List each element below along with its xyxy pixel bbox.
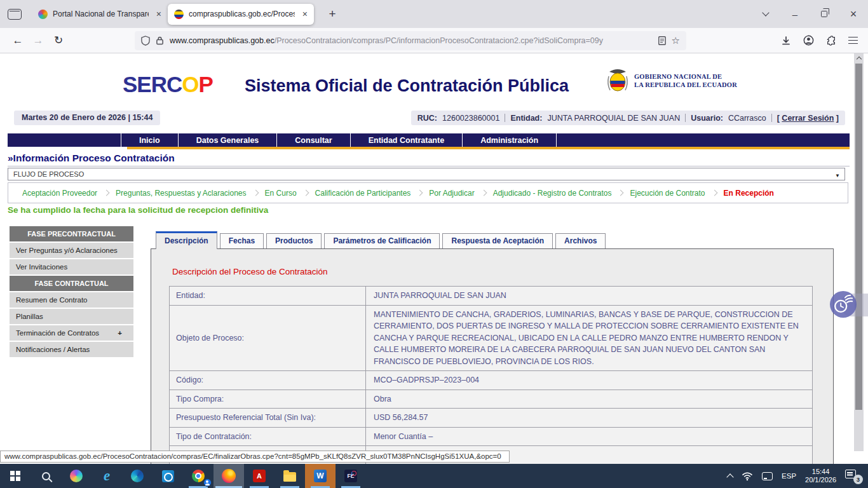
notification-center-button[interactable]: 3 [845,469,862,483]
taskbar-firefox-button[interactable] [214,464,244,488]
flow-step-calificacion[interactable]: Calificación de Participantes [315,189,411,198]
nav-item-datos-generales[interactable]: Datos Generales [178,133,277,147]
account-icon[interactable] [803,35,814,46]
new-tab-button[interactable]: + [323,7,342,21]
entity-label: Entidad: [510,114,542,123]
nav-item-administracion[interactable]: Administración [462,133,557,147]
sidebar-item-ver-invitaciones[interactable]: Ver Invitaciones [10,259,133,274]
ruc-value: 1260023860001 [442,114,499,123]
minimize-button[interactable]: – [780,0,810,28]
chrome-icon [192,470,205,482]
user-label: Usuario: [691,114,723,123]
lock-icon[interactable] [156,36,164,45]
nav-item-inicio[interactable]: Inicio [121,133,178,147]
hamburger-menu-icon[interactable] [848,40,858,41]
description-panel: Descripción del Proceso de Contratación … [151,248,834,464]
chevron-up-icon [856,57,861,62]
logout-link[interactable]: [ Cerrar Sesión ] [777,114,839,123]
bookmark-star-icon[interactable]: ☆ [672,35,680,46]
notification-badge: 3 [853,475,863,484]
tray-chevron-up-icon[interactable] [726,473,733,480]
browser-tab-portal[interactable]: Portal Nacional de Transparenci × [32,4,168,25]
taskbar-copilot-button[interactable] [61,464,92,488]
flow-step-preguntas[interactable]: Preguntas, Respuestas y Aclaraciones [116,189,246,198]
process-flow-select[interactable]: FLUJO DE PROCESO ▼ [8,168,845,180]
taskbar-acrobat-button[interactable]: A [244,464,275,488]
sidebar-item-terminacion-contratos[interactable]: Terminación de Contratos+ [10,325,133,341]
url-bar[interactable]: www.compraspublicas.gob.ec/ProcesoContra… [135,31,686,50]
toolbar-right-icons [781,35,858,46]
firefox-view-icon[interactable] [8,9,22,20]
language-indicator[interactable]: ESP [782,472,796,480]
scrollbar-thumb[interactable] [855,64,862,410]
flow-step-en-curso[interactable]: En Curso [265,189,297,198]
taskbar-search-button[interactable] [31,464,61,488]
downloads-icon[interactable] [781,36,791,46]
table-row-entidad: Entidad: JUNTA PARROQUIAL DE SAN JUAN [170,287,812,306]
browser-tab-compraspublicas[interactable]: compraspublicas.gob.ec/Proces × [168,4,314,25]
flow-step-aceptacion-proveedor[interactable]: Aceptación Proveedor [22,189,97,198]
taskbar-internet-explorer-button[interactable]: e [92,464,122,488]
flow-step-adjudicado[interactable]: Adjudicado - Registro de Contratos [493,189,612,198]
url-text[interactable]: www.compraspublicas.gob.ec/ProcesoContra… [170,36,653,45]
sidebar-header-precontractual: FASE PRECONTRACTUAL [10,226,133,241]
reader-view-icon[interactable] [658,36,666,45]
table-row-tipo-contratacion: Tipo de Contratación: Menor Cuantía – [170,428,812,447]
close-window-button[interactable]: × [839,0,868,28]
forward-button[interactable]: → [28,34,48,47]
touch-keyboard-icon[interactable] [762,472,773,480]
tab-descripcion[interactable]: Descripción [156,231,217,249]
tray-date: 20/1/2026 [805,476,836,484]
nav-item-entidad-contratante[interactable]: Entidad Contratante [350,133,462,147]
restore-button[interactable] [810,0,839,28]
tab-archivos[interactable]: Archivos [555,233,606,248]
shield-permissions-icon[interactable] [141,36,150,46]
extensions-puzzle-icon[interactable] [826,36,836,46]
clock-date[interactable]: 15:44 20/1/2026 [805,468,836,484]
tab-fechas[interactable]: Fechas [220,233,264,248]
sidebar-item-label: Resumen de Contrato [16,292,88,308]
close-tab-icon[interactable]: × [154,9,161,19]
flow-step-por-adjudicar[interactable]: Por Adjudicar [429,189,474,198]
taskbar-fe-app-button[interactable]: FE [336,464,366,488]
sidebar: FASE PRECONTRACTUAL Ver Preguntas y/ó Ac… [10,226,133,358]
divider [771,114,772,122]
wifi-icon[interactable] [742,471,753,481]
taskbar-edge-button[interactable] [122,464,153,488]
nav-item-consultar[interactable]: Consultar [276,133,349,147]
back-button[interactable]: ← [8,34,28,47]
session-bar: RUC: 1260023860001 Entidad: JUNTA PARROQ… [411,111,845,125]
list-tabs-button[interactable] [751,0,780,28]
close-tab-icon[interactable]: × [300,9,308,19]
page-scrollbar[interactable] [854,53,864,451]
taskbar-chrome-button[interactable] [183,464,214,488]
start-button[interactable] [0,464,31,488]
tab-respuesta-aceptacion[interactable]: Respuesta de Aceptación [442,233,553,248]
sidebar-item-ver-preguntas[interactable]: Ver Preguntas y/ó Aclaraciones [10,243,133,258]
tab-title: Portal Nacional de Transparenci [53,10,149,18]
bracket: ] [836,114,839,123]
taskbar-word-button[interactable]: W [305,464,336,488]
row-value: MCO–GADPRSJP–2023–004 [365,371,812,390]
sidebar-item-notificaciones[interactable]: Notificaciones / Alertas [10,342,133,357]
sidebar-item-planillas[interactable]: Planillas [10,309,133,324]
sidebar-item-resumen-contrato[interactable]: Resumen de Contrato [10,292,133,308]
scrollbar-up-arrow[interactable] [854,53,864,63]
folder-icon [283,472,296,482]
reload-button[interactable]: ↻ [48,34,69,47]
tab-parametros[interactable]: Parámetros de Calificación [324,233,440,248]
taskbar-outlook-button[interactable] [153,464,183,488]
flow-step-en-recepcion-current: En Recepción [724,189,774,198]
row-label: Código: [170,371,365,390]
windows-logo-icon [10,471,20,481]
search-icon [42,472,50,480]
taskbar-file-explorer-button[interactable] [275,464,305,488]
flow-step-ejecucion[interactable]: Ejecución de Contrato [630,189,705,198]
row-label: Presupuesto Referencial Total (Sin Iva): [170,409,365,427]
time-tracker-widget[interactable] [830,291,857,318]
tab-productos[interactable]: Productos [266,233,322,248]
portal-favicon-icon [38,10,48,19]
expand-plus-icon[interactable]: + [118,325,122,341]
sidebar-item-label: Planillas [16,309,43,324]
sidebar-item-label: Terminación de Contratos [16,325,99,341]
